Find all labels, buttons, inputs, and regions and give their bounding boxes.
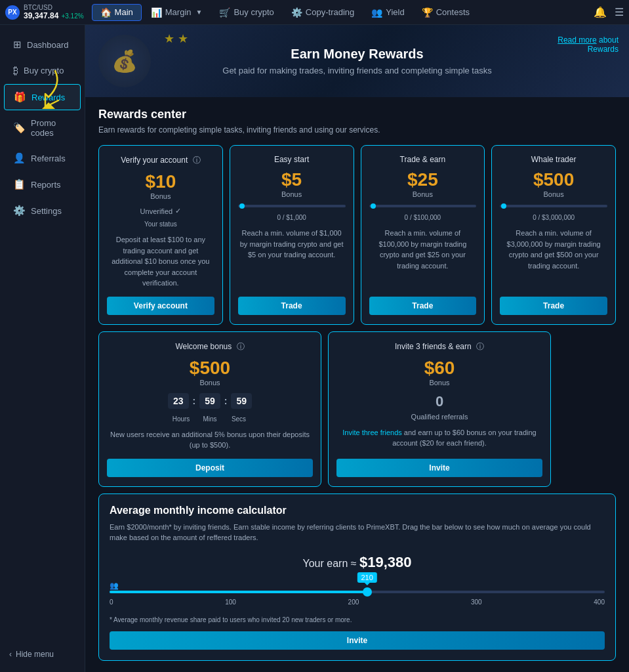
sidebar: ⊞ Dashboard ₿ Buy crypto 🎁 Rewards 🏷️ Pr… [0,25,85,672]
slider-fill [110,591,367,593]
notification-bell-icon[interactable]: 🔔 [594,6,607,18]
card-trade-earn-bonus: Bonus [413,190,433,198]
countdown-mins: 59 [199,393,220,409]
card-easy-start-description: Reach a min. volume of $1,000 by margin … [238,228,346,289]
nav-item-main[interactable]: 🏠 Main [92,4,142,21]
card-easy-start: Easy start $5 Bonus 0 / $1,000 Reach a m… [230,145,354,325]
sidebar-label-referrals: Referrals [31,154,66,163]
nav-item-copy-trading[interactable]: ⚙️ Copy-trading [283,5,362,20]
card-verify-title: Verify your account ⓘ [121,155,200,166]
read-more-text: Read more [558,35,596,45]
info-icon-invite[interactable]: ⓘ [476,342,484,351]
easy-start-progress-bar [238,205,346,207]
card-welcome-bonus: Welcome bonus ⓘ $500 Bonus 23 : 59 : 59 … [98,331,321,487]
nav-item-margin[interactable]: 📊 Margin ▼ [143,5,211,20]
sidebar-item-reports[interactable]: 📋 Reports [4,172,81,197]
countdown-sep-2: : [224,396,228,406]
btc-pair: BTC/USD [24,4,84,11]
card-trade-earn-amount: $25 [407,171,438,189]
slider-label-300: 300 [471,598,482,606]
verify-account-button[interactable]: Verify account [107,297,214,315]
whale-progress-label: 0 / $3,000,000 [533,214,575,221]
nav-item-contests[interactable]: 🏆 Contests [414,5,477,20]
calculator-description: Earn $2000/month* by inviting friends. E… [110,522,605,543]
trade-earn-button[interactable]: Trade [369,297,477,315]
slider-container: 210 👥 0 100 200 300 [110,591,605,606]
calculator-invite-button[interactable]: Invite [110,631,605,650]
nav-item-buy-crypto[interactable]: 🛒 Buy crypto [211,5,281,20]
progress-dot [239,203,245,209]
rewards-center-subtitle: Earn rewards for completing simple tasks… [98,125,616,135]
nav-items: 🏠 Main 📊 Margin ▼ 🛒 Buy crypto ⚙️ Copy-t… [92,4,594,21]
card-verify-description: Deposit at least $100 to any trading acc… [107,234,214,289]
cart-icon: 🛒 [219,7,230,18]
slider-label-200: 200 [348,598,359,606]
info-icon-welcome[interactable]: ⓘ [237,342,245,351]
slider-tooltip: 210 [357,572,376,583]
referrals-icon: 👤 [13,152,26,164]
card-invite-bonus-label: Bonus [429,379,449,387]
countdown-display: 23 : 59 : 59 [168,393,252,409]
referrals-label: Qualified referrals [411,413,468,421]
cards-row-2: Welcome bonus ⓘ $500 Bonus 23 : 59 : 59 … [98,331,616,487]
card-easy-start-bonus: Bonus [281,190,302,198]
nav-label-margin: Margin [165,7,192,17]
calculator-card: Average monthly income calculator Earn $… [98,494,616,661]
rewards-icon: 🎁 [14,91,26,103]
invite-link[interactable]: Invite three friends [342,429,402,436]
slider-label-100: 100 [225,598,236,606]
nav-label-main: Main [115,7,133,17]
btc-change: +3.12% [61,12,83,20]
sidebar-item-buy-crypto[interactable]: ₿ Buy crypto [4,58,81,83]
reports-icon: 📋 [13,178,26,190]
referral-count: 0 [436,393,443,410]
whale-trade-button[interactable]: Trade [500,297,607,315]
hamburger-menu-icon[interactable]: ☰ [615,6,624,18]
app-body: ⊞ Dashboard ₿ Buy crypto 🎁 Rewards 🏷️ Pr… [0,25,629,672]
countdown-sep-1: : [193,396,196,406]
slider-track: 👥 [110,591,605,593]
card-verify-amount: $10 [146,173,176,191]
card-welcome-bonus-label: Bonus [199,379,220,387]
chevron-left-icon: ‹ [9,650,12,659]
hero-subtitle: Get paid for making trades, inviting fri… [222,66,491,75]
slider-thumb[interactable] [363,587,372,597]
sidebar-item-referrals[interactable]: 👤 Referrals [4,146,81,171]
info-icon-verify[interactable]: ⓘ [193,156,201,165]
sidebar-item-settings[interactable]: ⚙️ Settings [4,198,81,223]
sidebar-label-dashboard: Dashboard [27,40,69,50]
sidebar-label-settings: Settings [31,206,62,216]
copy-icon: ⚙️ [291,7,302,18]
logo-icon: PX [5,5,20,20]
logo-area: PX BTC/USD 39,347.84 +3.12% [5,4,84,20]
countdown-hours: 23 [168,393,189,409]
sidebar-label-buy-crypto: Buy crypto [24,66,64,75]
countdown-labels: Hours Mins Secs [169,415,251,423]
sidebar-item-dashboard[interactable]: ⊞ Dashboard [4,32,81,57]
read-more-link[interactable]: Read more aboutRewards [558,35,619,54]
status-sub-label: Your status [144,220,177,228]
buy-crypto-icon: ₿ [13,65,18,76]
chart-icon: 📊 [151,7,162,18]
invite-friends-button[interactable]: Invite [336,459,542,477]
card-welcome-title: Welcome bonus ⓘ [175,341,244,352]
whale-progress-bar [500,205,607,207]
hero-title: Earn Money Rewards [222,47,491,62]
deposit-button[interactable]: Deposit [107,459,313,477]
nav-label-contests: Contests [436,7,470,17]
sidebar-item-rewards[interactable]: 🎁 Rewards [4,84,81,110]
nav-item-yield[interactable]: 👥 Yield [363,5,412,20]
hide-menu-btn[interactable]: ‹ Hide menu [0,643,85,665]
sidebar-item-promo-codes[interactable]: 🏷️ Promo codes [4,112,81,144]
hide-menu-label: Hide menu [16,650,54,659]
card-welcome-description: New users receive an additional 5% bonus… [107,429,313,451]
home-icon: 🏠 [100,7,112,18]
hours-label: Hours [169,415,193,423]
invite-description-rest: and earn up to $60 bonus on your trading… [392,429,537,448]
settings-icon: ⚙️ [13,205,26,217]
card-invite-friends: Invite 3 friends & earn ⓘ $60 Bonus 0 Qu… [328,331,551,487]
card-invite-description: Invite three friends and earn up to $60 … [336,427,542,451]
btc-price-display: BTC/USD 39,347.84 +3.12% [24,4,84,20]
countdown-secs: 59 [231,393,252,409]
easy-start-trade-button[interactable]: Trade [238,297,346,315]
